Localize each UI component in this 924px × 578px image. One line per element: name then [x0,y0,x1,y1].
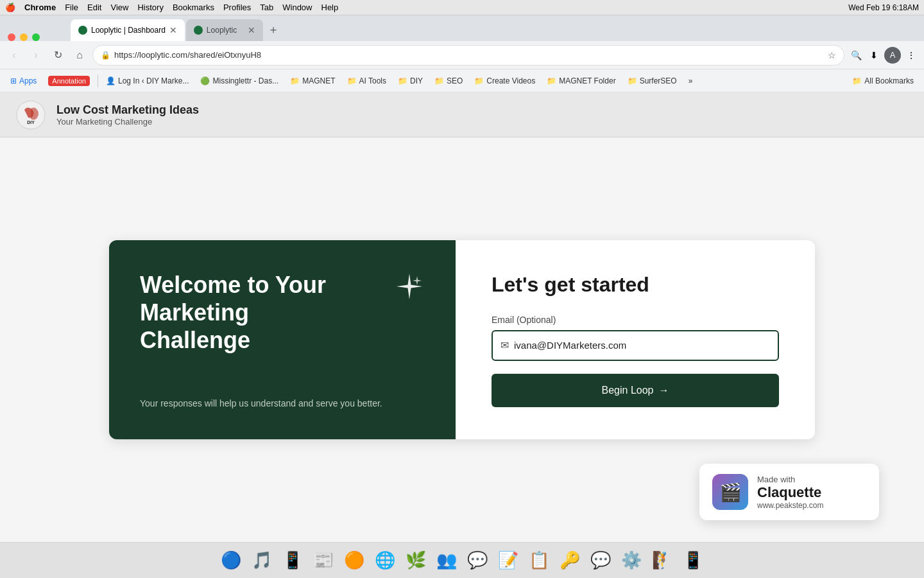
folder-icon-4: 📁 [347,76,357,85]
apps-label: Apps [19,76,37,85]
dock-chrome[interactable]: 🌿 [402,547,429,574]
toolbar-icons: 🔍 ⬇ A ⋮ [848,47,919,64]
email-icon: ✉ [501,339,509,351]
back-button[interactable]: ‹ [5,46,23,64]
tab-looplytic-dashboard[interactable]: Looplytic | Dashboard ✕ [71,19,185,41]
sparkle-icon [394,271,425,308]
dock-bear[interactable]: 🟠 [341,547,368,574]
folder-icon-3: 📁 [290,76,300,85]
begin-loop-button[interactable]: Begin Loop → [492,374,779,407]
dock-news[interactable]: 📰 [310,547,337,574]
claquette-url: www.peakstep.com [757,501,823,510]
bookmark-item-7[interactable]: 📁 Create Videos [469,74,540,88]
bookmarks-more[interactable]: » [683,74,698,88]
home-button[interactable]: ⌂ [71,46,89,64]
new-tab-button[interactable]: ＋ [264,21,282,39]
menubar-view[interactable]: View [110,3,128,12]
menubar-time: Wed Feb 19 6:18AM [848,3,919,12]
all-bookmarks[interactable]: 📁 All Bookmarks [847,74,919,88]
tab-title-2: Looplytic [207,26,244,35]
menubar-help[interactable]: Help [321,3,339,12]
folder-icon-5: 📁 [398,76,407,85]
menubar-history[interactable]: History [137,3,163,12]
menubar-chrome[interactable]: Chrome [24,3,56,12]
address-bar[interactable]: 🔒 https://looplytic.com/shared/eiOtxnyuH… [92,45,844,66]
menu-icon[interactable]: ⋮ [903,48,919,63]
bookmark-item-9[interactable]: 📁 SurferSEO [622,74,682,88]
folder-icon-6: 📁 [434,76,444,85]
menubar-tab[interactable]: Tab [260,3,273,12]
folder-icon-8: 📁 [547,76,556,85]
bookmark-item-6[interactable]: 📁 SEO [429,74,468,88]
right-panel-heading: Let's get started [492,273,779,297]
dock-systemprefs[interactable]: ⚙️ [618,547,645,574]
lock-icon: 🔒 [101,51,110,60]
menubar: 🍎 Chrome File Edit View History Bookmark… [0,0,924,15]
dock-contacts[interactable]: 👥 [433,547,460,574]
site-title: Low Cost Marketing Ideas [56,103,199,117]
dock-appstore[interactable]: 📱 [279,547,306,574]
folder-icon-9: 📁 [628,76,637,85]
dock: 🔵 🎵 📱 📰 🟠 🌐 🌿 👥 💬 📝 📋 🔑 💬 ⚙️ 🧗 📱 [0,542,924,578]
card-container: Welcome to Your Marketing Challenge Your… [109,240,815,439]
menubar-edit[interactable]: Edit [87,3,101,12]
profile-icon[interactable]: A [884,47,901,64]
folder-icon-2: 🟢 [200,76,210,85]
tab-close-2[interactable]: ✕ [248,25,255,35]
dock-notes[interactable]: 📝 [495,547,522,574]
tab-favicon-2 [194,26,203,35]
forward-button[interactable]: › [27,46,45,64]
bookmark-apps[interactable]: ⊞ Apps [5,74,42,88]
bookmark-item-3[interactable]: 📁 MAGNET [285,74,340,88]
dock-reminders[interactable]: 📋 [526,547,552,574]
left-panel: Welcome to Your Marketing Challenge Your… [109,240,456,439]
window-traffic-lights[interactable] [5,33,42,41]
bookmark-item-2[interactable]: 🟢 Missinglettr - Das... [195,74,284,88]
bookmark-star-icon[interactable]: ☆ [828,50,836,60]
claquette-made-with: Made with [757,475,823,484]
claquette-popup: 🎬 Made with Claquette www.peakstep.com [699,464,879,520]
menubar-profiles[interactable]: Profiles [223,3,251,12]
dock-facetime[interactable]: 💬 [587,547,614,574]
claquette-text: Made with Claquette www.peakstep.com [757,475,823,510]
apple-menu[interactable]: 🍎 [5,3,15,12]
minimize-button[interactable] [20,33,28,41]
email-input[interactable] [514,340,770,351]
bookmark-item-4[interactable]: 📁 AI Tools [342,74,391,88]
claquette-logo: 🎬 [712,474,748,510]
tab-title-1: Looplytic | Dashboard [91,26,166,35]
folder-icon-1: 👤 [106,76,116,85]
menubar-bookmarks[interactable]: Bookmarks [173,3,214,12]
bookmark-item-8[interactable]: 📁 MAGNET Folder [542,74,620,88]
maximize-button[interactable] [32,33,40,41]
dock-climbing[interactable]: 🧗 [649,547,676,574]
close-button[interactable] [8,33,15,41]
reload-button[interactable]: ↻ [49,46,67,64]
dock-safari[interactable]: 🌐 [372,547,398,574]
tab-favicon-1 [78,26,87,35]
bookmark-item-5[interactable]: 📁 DIY [393,74,428,88]
dock-finder[interactable]: 🔵 [218,547,244,574]
tab-looplytic[interactable]: Looplytic ✕ [186,19,263,41]
menubar-file[interactable]: File [65,3,78,12]
menubar-window[interactable]: Window [282,3,312,12]
dock-keychain[interactable]: 🔑 [556,547,583,574]
tab-close-1[interactable]: ✕ [169,25,177,35]
annotation-badge: Annotation [48,76,90,86]
begin-loop-label: Begin Loop [602,385,654,396]
claquette-name: Claquette [757,484,823,501]
bookmarks-bar: ⊞ Apps Annotation 👤 Log In ‹ DIY Marke..… [0,69,924,92]
site-header: DIY Low Cost Marketing Ideas Your Market… [0,92,924,137]
apps-grid-icon: ⊞ [10,76,17,85]
extension-icon-1[interactable]: 🔍 [848,48,864,63]
bookmarks-separator [98,74,98,87]
bookmark-annotation[interactable]: Annotation [43,73,95,89]
extension-icon-2[interactable]: ⬇ [866,48,882,63]
dock-iphone[interactable]: 📱 [680,547,706,574]
bookmark-item-1[interactable]: 👤 Log In ‹ DIY Marke... [101,74,194,88]
email-input-wrapper[interactable]: ✉ [492,330,779,361]
dock-podcasts[interactable]: 🎵 [248,547,275,574]
dock-messages[interactable]: 💬 [464,547,491,574]
folder-icon-7: 📁 [474,76,484,85]
diy-marketers-logo: DIY [15,100,46,130]
